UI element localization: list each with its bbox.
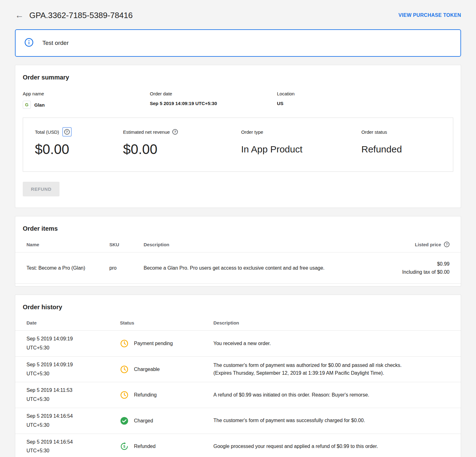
- history-description: You received a new order.: [213, 340, 450, 348]
- order-type-value: In App Product: [241, 144, 361, 155]
- history-date: Sep 5 2019 14:16:54: [26, 412, 120, 421]
- test-order-label: Test order: [42, 40, 69, 46]
- app-name-label: App name: [23, 91, 150, 96]
- net-revenue-help-button[interactable]: ?: [172, 129, 178, 135]
- history-status-label: Refunding: [134, 392, 157, 398]
- history-timezone: UTC+5:30: [26, 369, 120, 378]
- help-icon: ?: [444, 242, 450, 247]
- history-timezone: UTC+5:30: [26, 446, 120, 455]
- order-items-card: Order items Name SKU Description Listed …: [15, 216, 461, 286]
- net-revenue-metric: Estimated net revenue ? $0.00: [123, 127, 241, 157]
- order-history-title: Order history: [23, 304, 453, 311]
- history-status-label: Charged: [134, 418, 153, 424]
- order-items-title: Order items: [23, 225, 453, 232]
- history-status-label: Payment pending: [134, 341, 173, 346]
- summary-metrics-box: Total (USD) ? $0.00 Estimated net revenu…: [23, 118, 453, 172]
- col-date: Date: [26, 320, 120, 325]
- history-row: Sep 5 2019 14:09:19 UTC+5:30 Chargeable …: [15, 357, 461, 382]
- order-status-value: Refunded: [361, 144, 441, 155]
- col-description: Description: [144, 242, 356, 247]
- view-purchase-token-link[interactable]: VIEW PURCHASE TOKEN: [398, 12, 461, 18]
- item-name: Test: Become a Pro (Glan): [26, 265, 109, 271]
- item-price: $0.99: [356, 260, 450, 268]
- order-date-label: Order date: [150, 91, 277, 96]
- location-label: Location: [277, 91, 295, 96]
- history-timezone: UTC+5:30: [26, 421, 120, 430]
- back-button[interactable]: ←: [15, 11, 24, 20]
- order-item-row: Test: Become a Pro (Glan) pro Become a G…: [15, 253, 461, 284]
- item-description: Become a Glan Pro. Pro users get access …: [144, 265, 356, 271]
- col-listed-price: Listed price: [415, 242, 441, 247]
- history-date: Sep 5 2019 14:09:19: [26, 360, 120, 369]
- history-timezone: UTC+5:30: [26, 344, 120, 353]
- net-revenue-label: Estimated net revenue: [123, 129, 170, 135]
- refund-arrow-icon: $: [120, 442, 129, 451]
- total-help-button[interactable]: ?: [62, 127, 72, 137]
- order-status-metric: Order status Refunded: [361, 127, 441, 157]
- order-type-label: Order type: [241, 129, 263, 135]
- history-date: Sep 5 2019 14:09:19: [26, 334, 120, 344]
- app-name-value: Glan: [34, 102, 45, 108]
- history-description-line2: (Expires Thursday, September 12, 2019 at…: [213, 369, 443, 377]
- app-name-field: App name G Glan: [23, 91, 150, 109]
- col-status: Status: [120, 320, 213, 325]
- svg-text:$: $: [123, 445, 125, 449]
- item-sku: pro: [109, 265, 144, 271]
- total-value: $0.00: [35, 142, 123, 157]
- history-description: The customer's form of payment was autho…: [213, 362, 443, 369]
- test-order-banner: Test order: [15, 29, 461, 57]
- history-row: Sep 5 2019 14:16:54 UTC+5:30 $ Refunded …: [15, 434, 461, 457]
- history-description: A refund of $0.99 was initiated on this …: [213, 391, 450, 399]
- order-detail-page: ← GPA.3362-7185-5389-78416 VIEW PURCHASE…: [0, 0, 476, 457]
- total-metric: Total (USD) ? $0.00: [35, 127, 123, 157]
- help-icon: ?: [172, 129, 178, 135]
- history-row: Sep 5 2019 14:16:54 UTC+5:30 Charged The…: [15, 408, 461, 434]
- listed-price-help-button[interactable]: ?: [444, 242, 450, 247]
- history-row: Sep 5 2019 14:11:53 UTC+5:30 Refunding A…: [15, 382, 461, 408]
- history-timezone: UTC+5:30: [26, 395, 120, 404]
- history-description: Google processed your request and applie…: [213, 443, 450, 450]
- order-date-field: Order date Sep 5 2019 14:09:19 UTC+5:30: [150, 91, 277, 109]
- info-icon: [24, 38, 34, 48]
- history-status-label: Chargeable: [134, 367, 160, 372]
- col-sku: SKU: [109, 242, 144, 247]
- net-revenue-value: $0.00: [123, 142, 241, 157]
- order-items-header: Name SKU Description Listed price ?: [15, 237, 461, 253]
- total-label: Total (USD): [35, 129, 59, 135]
- refund-button[interactable]: REFUND: [23, 182, 60, 196]
- order-status-label: Order status: [361, 129, 387, 135]
- order-date-value: Sep 5 2019 14:09:19 UTC+5:30: [150, 101, 277, 106]
- col-name: Name: [26, 242, 109, 247]
- page-title: GPA.3362-7185-5389-78416: [29, 11, 133, 20]
- history-date: Sep 5 2019 14:16:54: [26, 438, 120, 447]
- order-type-metric: Order type In App Product: [241, 127, 361, 157]
- history-row: Sep 5 2019 14:09:19 UTC+5:30 Payment pen…: [15, 331, 461, 357]
- page-header: ← GPA.3362-7185-5389-78416 VIEW PURCHASE…: [15, 8, 461, 22]
- order-history-header: Date Status Description: [15, 315, 461, 331]
- summary-fields: App name G Glan Order date Sep 5 2019 14…: [23, 91, 453, 109]
- col-history-description: Description: [213, 320, 450, 325]
- app-avatar: G: [23, 101, 31, 109]
- order-summary-card: Order summary App name G Glan Order date…: [15, 65, 461, 208]
- history-date: Sep 5 2019 14:11:53: [26, 386, 120, 395]
- check-circle-icon: [120, 416, 129, 425]
- order-summary-title: Order summary: [23, 74, 453, 81]
- help-icon: ?: [64, 129, 70, 135]
- clock-icon: [120, 391, 129, 399]
- order-history-card: Order history Date Status Description Se…: [15, 295, 461, 457]
- location-value: US: [277, 101, 295, 106]
- item-price-note: Including tax of $0.00: [356, 268, 450, 276]
- location-field: Location US: [277, 91, 295, 109]
- clock-icon: [120, 365, 129, 374]
- history-status-label: Refunded: [134, 444, 155, 449]
- history-description: The customer's form of payment was succe…: [213, 417, 450, 425]
- clock-icon: [120, 339, 129, 348]
